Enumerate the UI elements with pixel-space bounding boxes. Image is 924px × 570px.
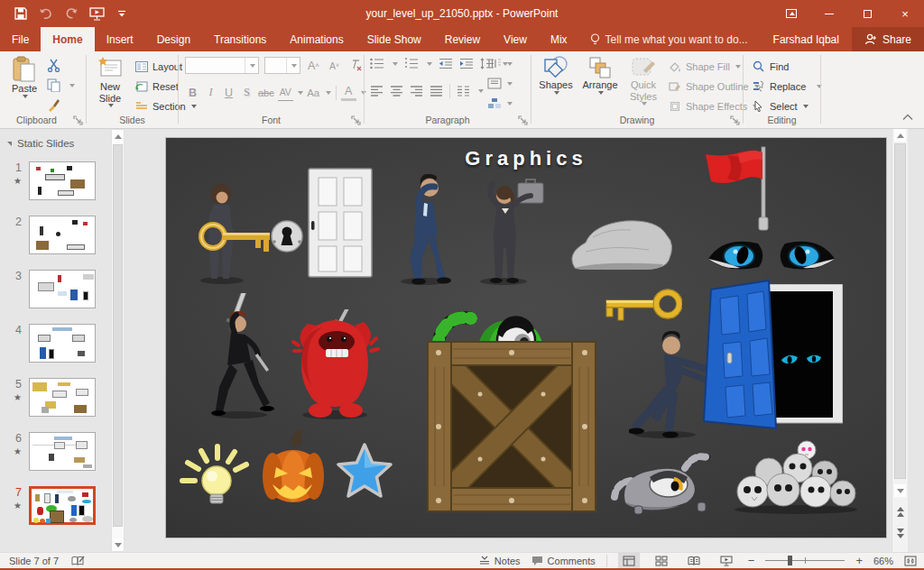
bold-button[interactable]: B (185, 84, 200, 101)
tab-transitions[interactable]: Transitions (202, 27, 278, 51)
notes-toggle[interactable]: Notes (479, 556, 521, 566)
arrange-button[interactable]: Arrange (578, 56, 622, 95)
slide-sorter-view-icon[interactable] (651, 553, 672, 568)
fit-slide-icon[interactable] (904, 556, 917, 566)
slide-item-3[interactable]: 3 (0, 270, 108, 311)
ribbon-display-options-icon[interactable] (772, 0, 810, 27)
slide-item-5[interactable]: 5 ★ (0, 378, 108, 419)
tab-design[interactable]: Design (145, 27, 202, 51)
panel-scrollbar[interactable] (111, 129, 125, 552)
align-center-button[interactable] (390, 86, 403, 97)
shapes-button[interactable]: Shapes (537, 56, 575, 95)
comments-toggle[interactable]: Comments (531, 556, 596, 566)
rock-graphic[interactable] (566, 217, 672, 275)
scroll-down-icon[interactable] (894, 484, 906, 497)
strikethrough-button[interactable]: abc (257, 84, 275, 101)
gold-key-graphic[interactable] (596, 285, 682, 326)
confused-businessman-graphic[interactable] (392, 174, 457, 286)
justify-button[interactable] (430, 86, 443, 97)
save-icon[interactable] (13, 5, 29, 22)
skull-pile-graphic[interactable] (727, 434, 864, 515)
grow-font-button[interactable]: A˄ (306, 57, 321, 74)
minimize-icon[interactable] (810, 0, 848, 27)
tab-mix[interactable]: Mix (539, 27, 579, 51)
zoom-level[interactable]: 66% (873, 556, 893, 566)
shrink-font-button[interactable]: A˅ (327, 57, 342, 74)
one-eyed-bug-graphic[interactable] (611, 450, 717, 515)
find-button[interactable]: Find (751, 59, 789, 74)
font-name-combo[interactable] (185, 57, 259, 74)
columns-button[interactable] (457, 86, 470, 97)
slide-item-1[interactable]: 1 ★ (0, 161, 108, 203)
slide-item-6[interactable]: 6 ★ (0, 432, 108, 473)
tab-slideshow[interactable]: Slide Show (356, 27, 433, 51)
slide-thumbnail[interactable] (29, 432, 96, 471)
red-flag-graphic[interactable] (702, 145, 772, 232)
text-shadow-button[interactable]: S (239, 84, 254, 101)
quick-styles-button[interactable]: Quick Styles (624, 56, 663, 106)
normal-view-icon[interactable] (618, 553, 640, 568)
clipboard-dialog-launcher-icon[interactable] (73, 115, 83, 125)
align-text-button[interactable] (487, 78, 513, 89)
slide-thumbnail[interactable] (29, 324, 96, 363)
slide-thumbnail[interactable] (29, 270, 96, 308)
scroll-up-icon[interactable] (112, 130, 124, 142)
align-left-button[interactable] (370, 86, 383, 97)
section-header[interactable]: Static Slides (7, 138, 74, 149)
undo-icon[interactable] (38, 5, 54, 22)
slide-item-7 selected-slide[interactable]: 7 ★ (0, 486, 108, 528)
reading-view-icon[interactable] (683, 553, 705, 568)
start-slideshow-icon[interactable] (88, 5, 105, 22)
font-size-combo[interactable] (264, 57, 300, 74)
blue-star-graphic[interactable] (336, 441, 393, 501)
paragraph-dialog-launcher-icon[interactable] (518, 115, 528, 125)
select-button[interactable]: Select (751, 98, 808, 114)
slide-item-2[interactable]: 2 (0, 216, 108, 257)
red-monster-graphic[interactable] (286, 309, 383, 419)
swordsman-graphic[interactable] (206, 293, 278, 419)
increase-indent-button[interactable] (459, 58, 474, 69)
slide-thumbnail[interactable] (29, 216, 96, 254)
decrease-indent-button[interactable] (439, 58, 453, 69)
tab-view[interactable]: View (492, 27, 539, 51)
reset-button[interactable]: Reset (134, 78, 179, 94)
slide-title[interactable]: Graphics (166, 147, 886, 170)
paste-button[interactable]: Paste (7, 56, 42, 98)
shape-fill-button[interactable]: Shape Fill (667, 59, 741, 74)
copy-button[interactable] (47, 78, 75, 92)
slide-canvas[interactable]: Graphics (165, 137, 887, 538)
scroll-up-icon[interactable] (894, 129, 906, 142)
character-spacing-button[interactable]: AV (278, 84, 293, 101)
slide-thumbnail-selected[interactable] (29, 486, 96, 525)
customize-qat-icon[interactable] (114, 5, 130, 22)
close-icon[interactable]: × (886, 0, 924, 27)
panel-scrollbar-thumb[interactable] (113, 144, 123, 527)
tab-insert[interactable]: Insert (95, 27, 145, 51)
tab-file[interactable]: File (0, 27, 41, 51)
new-slide-button[interactable]: New Slide (90, 56, 130, 107)
format-painter-button[interactable] (47, 98, 60, 112)
proofing-icon[interactable] (71, 556, 85, 566)
zoom-in-icon[interactable]: + (855, 554, 863, 567)
woman-with-key-graphic[interactable] (193, 179, 303, 285)
tell-me-box[interactable]: Tell me what you want to do... (579, 27, 759, 51)
convert-smartart-button[interactable] (487, 97, 513, 109)
slide-item-4[interactable]: 4 (0, 324, 108, 365)
change-case-button[interactable]: Aa (306, 84, 321, 101)
collapse-ribbon-icon[interactable] (902, 114, 917, 124)
evil-blue-eyes-graphic[interactable] (706, 232, 837, 275)
user-name[interactable]: Farshad Iqbal (761, 33, 852, 46)
font-color-button[interactable]: A (341, 84, 356, 101)
font-dialog-launcher-icon[interactable] (351, 115, 361, 125)
share-button[interactable]: Share (852, 27, 924, 51)
tab-home[interactable]: Home (41, 27, 94, 51)
align-right-button[interactable] (410, 86, 423, 97)
cut-button[interactable] (47, 59, 60, 72)
wooden-crate-graphic[interactable] (426, 340, 597, 513)
slide-thumbnail[interactable] (29, 161, 96, 200)
scroll-down-icon[interactable] (112, 538, 124, 551)
replace-button[interactable]: Replace (751, 78, 822, 94)
underline-button[interactable]: U (221, 84, 236, 101)
businesswoman-briefcase-graphic[interactable] (464, 176, 547, 286)
zoom-slider-thumb[interactable] (788, 556, 792, 565)
